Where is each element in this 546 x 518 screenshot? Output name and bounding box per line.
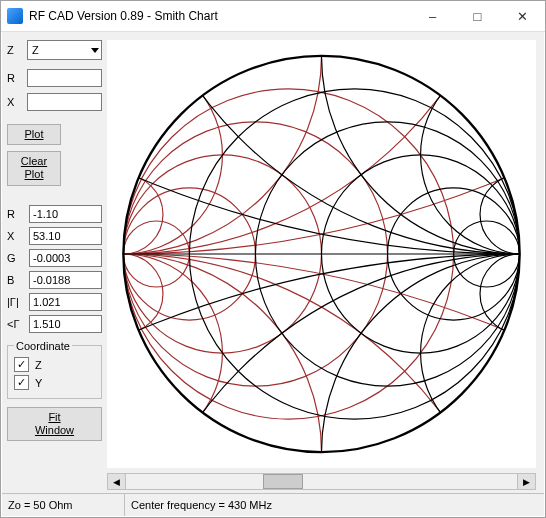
- readout-g-label: G: [7, 252, 29, 264]
- readout-b-label: B: [7, 274, 29, 286]
- z-checkbox-row[interactable]: Z: [14, 356, 95, 374]
- svg-point-7: [107, 56, 222, 254]
- mode-label: Z: [7, 44, 27, 56]
- mode-select-value: Z: [32, 44, 39, 56]
- status-zo: Zo = 50 Ohm: [2, 494, 125, 516]
- scroll-thumb[interactable]: [263, 474, 303, 489]
- svg-point-12: [107, 254, 520, 468]
- chevron-down-icon: [91, 48, 99, 53]
- readout-r-label: R: [7, 208, 29, 220]
- x-input[interactable]: [27, 93, 102, 111]
- smith-chart-svg: [107, 40, 536, 468]
- app-window: RF CAD Version 0.89 - Smith Chart – □ ✕ …: [0, 0, 546, 518]
- coordinate-legend: Coordinate: [14, 340, 72, 352]
- svg-point-29: [322, 40, 537, 254]
- svg-point-23: [421, 254, 536, 452]
- svg-point-11: [107, 254, 536, 468]
- status-bar: Zo = 50 Ohm Center frequency = 430 MHz: [2, 493, 544, 516]
- readout-r-value: -1.10: [29, 205, 102, 223]
- scroll-right-arrow[interactable]: ▶: [517, 474, 535, 489]
- plot-button[interactable]: Plot: [7, 124, 61, 145]
- maximize-button[interactable]: □: [455, 2, 500, 31]
- app-icon: [7, 8, 23, 24]
- fit-window-button[interactable]: Fit Window: [7, 407, 102, 441]
- y-checkbox-label: Y: [35, 377, 42, 389]
- svg-point-13: [107, 254, 321, 468]
- svg-point-24: [322, 254, 537, 468]
- readout-g-value: -0.0003: [29, 249, 102, 267]
- r-input-label: R: [7, 72, 27, 84]
- svg-point-8: [107, 40, 321, 254]
- coordinate-group: Coordinate Z Y: [7, 340, 102, 399]
- svg-point-30: [421, 56, 536, 254]
- close-button[interactable]: ✕: [500, 2, 545, 31]
- svg-point-9: [107, 40, 520, 254]
- y-checkbox-row[interactable]: Y: [14, 374, 95, 392]
- smith-chart[interactable]: [107, 40, 536, 468]
- window-controls: – □ ✕: [410, 2, 545, 31]
- minimize-button[interactable]: –: [410, 2, 455, 31]
- z-checkbox[interactable]: [14, 357, 29, 372]
- status-center-freq: Center frequency = 430 MHz: [125, 494, 544, 516]
- svg-point-26: [107, 254, 536, 468]
- readout-x-label: X: [7, 230, 29, 242]
- readout-gamma-mag-label: |Γ|: [7, 296, 29, 308]
- client-area: Z Z R X Plot Clear Plot: [2, 32, 544, 516]
- scroll-left-arrow[interactable]: ◀: [108, 474, 126, 489]
- horizontal-scrollbar[interactable]: ◀ ▶: [107, 473, 536, 490]
- y-checkbox[interactable]: [14, 375, 29, 390]
- readout-gamma-ang-value: 1.510: [29, 315, 102, 333]
- controls-panel: Z Z R X Plot Clear Plot: [7, 40, 102, 441]
- r-input[interactable]: [27, 69, 102, 87]
- svg-point-27: [107, 40, 536, 254]
- svg-point-14: [107, 254, 222, 452]
- mode-select[interactable]: Z: [27, 40, 102, 60]
- x-input-label: X: [7, 96, 27, 108]
- readout-gamma-ang-label: <Γ: [7, 318, 29, 330]
- svg-point-10: [107, 40, 536, 254]
- title-bar[interactable]: RF CAD Version 0.89 - Smith Chart – □ ✕: [1, 1, 545, 32]
- z-checkbox-label: Z: [35, 359, 42, 371]
- clear-plot-button[interactable]: Clear Plot: [7, 151, 61, 185]
- svg-point-28: [123, 40, 536, 254]
- window-title: RF CAD Version 0.89 - Smith Chart: [29, 9, 410, 23]
- readout-gamma-mag-value: 1.021: [29, 293, 102, 311]
- svg-point-25: [123, 254, 536, 468]
- scroll-track[interactable]: [126, 474, 517, 489]
- readout-b-value: -0.0188: [29, 271, 102, 289]
- readout-x-value: 53.10: [29, 227, 102, 245]
